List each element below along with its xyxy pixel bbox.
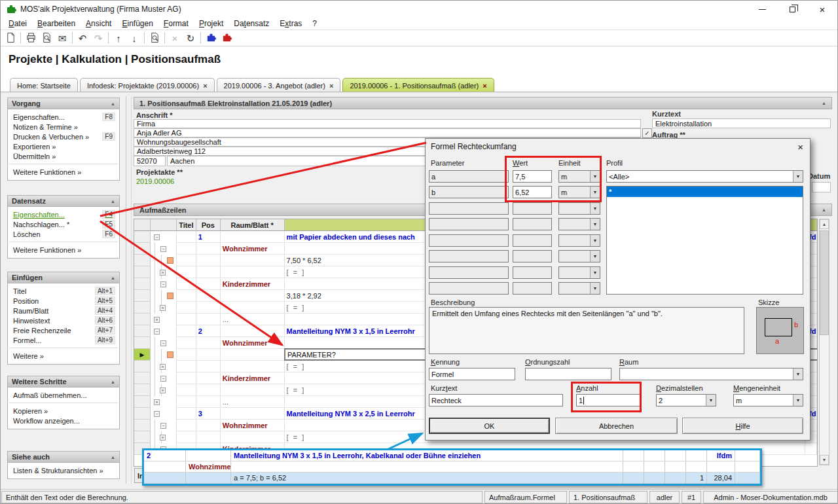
cancel-button[interactable]: × — [167, 31, 183, 46]
sidebar-item-kopieren[interactable]: Kopieren » — [8, 406, 119, 416]
pos-cell[interactable] — [196, 431, 221, 443]
restore-button[interactable] — [777, 1, 807, 18]
sidebar-item-löschen[interactable]: LöschenF6 — [8, 229, 119, 239]
titel-cell[interactable] — [177, 431, 196, 443]
row-selector[interactable] — [134, 420, 151, 431]
tree-expand-icon[interactable]: » — [154, 317, 160, 323]
row-selector[interactable] — [134, 408, 151, 420]
param-einheit-combo-5[interactable]: ▼ — [558, 234, 600, 247]
profil-list-selected-item[interactable]: * — [607, 187, 803, 197]
sidebar-item-nachschlagen[interactable]: Nachschlagen... *F5 — [8, 219, 119, 229]
row-selector[interactable] — [134, 255, 151, 266]
tree-cell[interactable] — [151, 349, 177, 361]
dropdown-icon[interactable]: ▼ — [590, 219, 600, 230]
kurztext-field[interactable]: Elektroinstallation — [652, 118, 831, 128]
pos-cell[interactable] — [196, 278, 221, 290]
param-wert-field-1[interactable]: 7,5 — [513, 170, 552, 183]
titel-cell[interactable] — [177, 243, 196, 255]
collapse-icon[interactable]: ▲ — [822, 207, 826, 212]
tree-expand-icon[interactable]: » — [160, 364, 166, 370]
raum-cell[interactable] — [221, 384, 285, 396]
pos-cell[interactable] — [196, 396, 221, 408]
ordnungszahl-field[interactable] — [525, 368, 611, 380]
param-name-field-4[interactable] — [429, 218, 509, 230]
param-wert-field-2[interactable]: 6,52 — [513, 186, 552, 198]
abbrechen-button[interactable]: Abbrechen — [555, 418, 678, 434]
dropdown-icon[interactable]: ▼ — [590, 267, 600, 278]
tree-cell[interactable]: » — [151, 302, 177, 314]
sidebar-item-weiterefunktionen[interactable]: Weitere Funktionen » — [8, 245, 119, 255]
kurztext-dialog-field[interactable]: Rechteck — [429, 394, 563, 406]
grid-header-col1[interactable] — [151, 219, 177, 231]
move-up-button[interactable]: ↑ — [111, 31, 126, 46]
param-wert-field-3[interactable] — [513, 202, 552, 215]
mengeneinheit-combo[interactable]: m ▼ — [733, 394, 803, 406]
sidebar-item-workflowanzeigen[interactable]: Workflow anzeigen... — [8, 416, 119, 425]
tree-cell[interactable]: − — [151, 420, 177, 431]
tab-0[interactable]: Home: Startseite — [10, 78, 78, 92]
menu-?[interactable]: ? — [307, 18, 322, 29]
raum-cell[interactable]: Wohnzimmer — [221, 243, 285, 255]
scroll-down-button[interactable]: ▼ — [820, 455, 829, 465]
raum-cell[interactable]: Wohnzimmer — [221, 337, 285, 349]
pos-cell[interactable] — [196, 255, 221, 266]
raum-cell[interactable] — [221, 431, 285, 443]
redo-button[interactable]: ↷ — [90, 31, 106, 46]
raum-cell[interactable] — [221, 408, 285, 420]
titel-cell[interactable] — [177, 420, 196, 431]
param-einheit-combo-4[interactable]: ▼ — [558, 218, 600, 230]
raum-cell[interactable] — [221, 349, 285, 361]
dropdown-icon[interactable]: ▼ — [590, 235, 600, 246]
profil-combo[interactable]: <Alle> ▼ — [606, 170, 803, 183]
param-name-field-3[interactable] — [429, 202, 509, 215]
menu-einfgen[interactable]: Einfügen — [117, 18, 158, 29]
raum-cell[interactable] — [221, 266, 285, 278]
projektakte-link[interactable]: 2019.00006 — [136, 177, 174, 185]
param-name-field-5[interactable] — [429, 234, 509, 247]
titel-cell[interactable] — [177, 231, 196, 243]
titel-cell[interactable] — [177, 314, 196, 325]
param-einheit-combo-2[interactable]: m▼ — [558, 186, 600, 198]
grid-header-Pos[interactable]: Pos — [196, 219, 221, 231]
titel-cell[interactable] — [177, 372, 196, 384]
leaf-square-icon[interactable] — [167, 351, 173, 358]
unit-cell[interactable] — [805, 443, 817, 455]
sidebar-item-druckenverbuchen[interactable]: Drucken & Verbuchen »F9 — [8, 132, 119, 141]
titel-cell[interactable] — [177, 278, 196, 290]
titel-cell[interactable] — [177, 384, 196, 396]
report-preview-button[interactable] — [147, 31, 162, 46]
grid-header-col0[interactable] — [134, 219, 151, 231]
menu-projekt[interactable]: Projekt — [194, 18, 228, 29]
tree-cell[interactable]: » — [151, 266, 177, 278]
titel-cell[interactable] — [177, 349, 196, 361]
tree-cell[interactable] — [151, 290, 177, 302]
pos-cell[interactable] — [196, 361, 221, 372]
dropdown-icon[interactable]: ▼ — [590, 187, 600, 198]
sidebar-item-weitere[interactable]: Weitere » — [8, 351, 119, 361]
param-einheit-combo-1[interactable]: m▼ — [558, 170, 600, 183]
pos-cell[interactable] — [196, 314, 221, 325]
pos-cell[interactable] — [196, 266, 221, 278]
dezimalstellen-combo[interactable]: 2 ▼ — [656, 394, 716, 406]
collapse-icon[interactable]: ▲ — [111, 380, 115, 384]
hilfe-button[interactable]: Hilfe — [682, 418, 803, 434]
row-selector[interactable] — [134, 337, 151, 349]
titel-cell[interactable] — [177, 361, 196, 372]
dropdown-icon[interactable]: ▼ — [590, 251, 600, 262]
menu-format[interactable]: Format — [158, 18, 194, 29]
tree-cell[interactable]: » — [151, 431, 177, 443]
tree-collapse-icon[interactable]: − — [160, 376, 166, 382]
current-row-marker[interactable]: ▶ — [134, 349, 151, 361]
grid-header-Titel[interactable]: Titel — [177, 219, 196, 231]
titel-cell[interactable] — [177, 266, 196, 278]
menu-datensatz[interactable]: Datensatz — [228, 18, 274, 29]
tree-collapse-icon[interactable]: − — [154, 329, 160, 334]
tab-2[interactable]: 2019.00006 - 3. Angebot (adler)× — [217, 78, 341, 92]
raum-cell[interactable] — [221, 231, 285, 243]
row-selector[interactable] — [134, 384, 151, 396]
raum-cell[interactable]: Kinderzimmer — [221, 372, 285, 384]
param-name-field-1[interactable]: a — [429, 170, 509, 183]
dialog-close-button[interactable]: × — [797, 141, 803, 153]
sidebar-item-titel[interactable]: TitelAlt+1 — [8, 286, 119, 296]
param-wert-field-7[interactable] — [513, 266, 552, 279]
